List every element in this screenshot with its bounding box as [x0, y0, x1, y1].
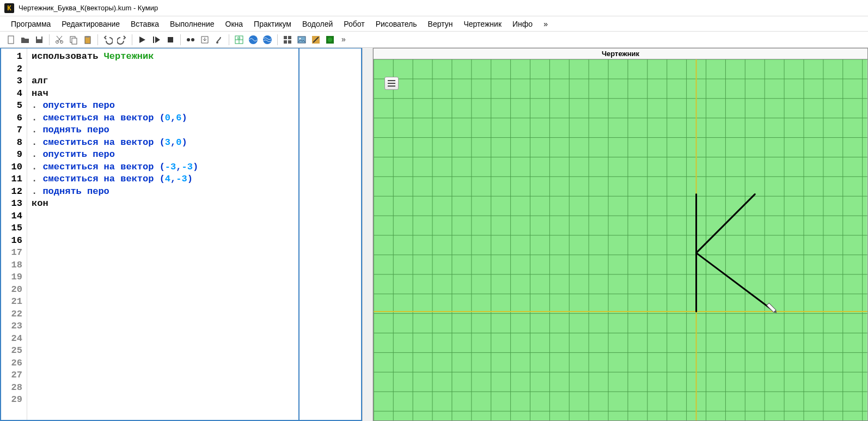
- code-area[interactable]: 1234567891011121314151617181920212223242…: [1, 48, 361, 420]
- menu-item-2[interactable]: Вставка: [125, 17, 164, 30]
- svg-rect-0: [8, 36, 14, 44]
- step-icon[interactable]: [150, 33, 163, 46]
- line-number: 28: [3, 382, 22, 394]
- drawing-pane-title: Чертежник: [374, 48, 867, 59]
- step-into-icon[interactable]: [198, 33, 211, 46]
- code-line[interactable]: [32, 63, 294, 76]
- toolbar-separator: [180, 34, 181, 45]
- drawing-canvas[interactable]: [374, 59, 867, 420]
- toolbar-separator: [97, 34, 98, 45]
- code-line[interactable]: нач: [32, 88, 294, 100]
- toolbar-separator: [277, 34, 278, 45]
- svg-rect-19: [288, 36, 291, 39]
- code-line[interactable]: . опустить перо: [32, 149, 294, 161]
- breakpoint-icon[interactable]: [184, 33, 197, 46]
- code-text[interactable]: использовать Чертежник алгнач. опустить …: [27, 48, 298, 420]
- line-number: 13: [3, 198, 22, 210]
- menu-item-3[interactable]: Выполнение: [164, 17, 219, 30]
- redo-icon[interactable]: [115, 33, 129, 46]
- paste-icon[interactable]: [81, 33, 94, 46]
- line-number: 20: [3, 284, 22, 296]
- line-number: 22: [3, 308, 22, 321]
- grid-icon[interactable]: 10: [233, 33, 246, 46]
- code-line[interactable]: . поднять перо: [32, 186, 294, 198]
- svg-rect-8: [86, 36, 89, 38]
- code-line[interactable]: . сместиться на вектор (3,0): [32, 137, 294, 149]
- waves2-icon[interactable]: [261, 33, 274, 46]
- line-number: 26: [3, 357, 22, 370]
- svg-rect-6: [72, 38, 77, 44]
- line-number: 15: [3, 222, 22, 235]
- code-line[interactable]: алг: [32, 75, 294, 88]
- code-line[interactable]: . сместиться на вектор (-3,-3): [32, 161, 294, 174]
- svg-rect-9: [153, 36, 154, 43]
- menu-item-1[interactable]: Редактирование: [56, 17, 125, 30]
- code-line[interactable]: кон: [32, 198, 294, 210]
- palette-icon[interactable]: [309, 33, 322, 46]
- save-icon[interactable]: [33, 33, 46, 46]
- svg-rect-22: [298, 36, 305, 43]
- line-number: 7: [3, 124, 22, 137]
- line-number: 6: [3, 112, 22, 125]
- run-icon[interactable]: [136, 33, 149, 46]
- menu-item-8[interactable]: Рисователь: [370, 17, 423, 30]
- open-file-icon[interactable]: [19, 33, 32, 46]
- cut-icon[interactable]: [53, 33, 66, 46]
- line-number: 11: [3, 173, 22, 186]
- code-line[interactable]: . сместиться на вектор (0,6): [32, 112, 294, 125]
- code-line[interactable]: . сместиться на вектор (4,-3): [32, 173, 294, 186]
- svg-point-12: [191, 38, 194, 41]
- line-number: 14: [3, 210, 22, 223]
- line-number: 24: [3, 333, 22, 345]
- new-file-icon[interactable]: [4, 33, 17, 46]
- toolbar-separator: [229, 34, 229, 45]
- line-number: 19: [3, 271, 22, 284]
- line-number: 16: [3, 235, 22, 247]
- waves-icon[interactable]: [247, 33, 260, 46]
- code-line[interactable]: . опустить перо: [32, 100, 294, 112]
- menu-item-11[interactable]: Инфо: [507, 17, 538, 30]
- stop-icon[interactable]: [164, 33, 177, 46]
- svg-point-11: [187, 38, 190, 41]
- svg-point-23: [299, 38, 301, 39]
- menu-item-5[interactable]: Практикум: [248, 17, 297, 30]
- toolbar: 10»: [0, 32, 868, 48]
- line-number: 23: [3, 320, 22, 333]
- menu-item-10[interactable]: Чертежник: [458, 17, 507, 30]
- svg-rect-28: [374, 59, 867, 420]
- menu-item-12[interactable]: »: [538, 17, 553, 30]
- workspace: 1234567891011121314151617181920212223242…: [0, 48, 868, 421]
- canvas-menu-button[interactable]: [384, 77, 399, 90]
- canvas-wrap[interactable]: [374, 59, 867, 420]
- step-out-icon[interactable]: [212, 33, 225, 46]
- toolbar-separator: [49, 34, 50, 45]
- svg-rect-20: [284, 40, 287, 44]
- titlebar: К Чертежник_Буква_К(векторы).kum - Кумир: [0, 0, 868, 16]
- code-line[interactable]: . поднять перо: [32, 124, 294, 137]
- line-number: 25: [3, 345, 22, 357]
- svg-text:10: 10: [237, 36, 241, 40]
- splitter[interactable]: [362, 48, 373, 421]
- copy-icon[interactable]: [67, 33, 80, 46]
- line-number: 27: [3, 369, 22, 382]
- modules-icon[interactable]: [281, 33, 294, 46]
- line-number: 21: [3, 296, 22, 308]
- undo-icon[interactable]: [101, 33, 114, 46]
- menu-item-0[interactable]: Программа: [5, 17, 56, 30]
- code-line[interactable]: использовать Чертежник: [32, 51, 294, 63]
- window-title: Чертежник_Буква_К(векторы).kum - Кумир: [19, 4, 158, 12]
- editor-pane: 1234567891011121314151617181920212223242…: [0, 48, 362, 421]
- line-number: 17: [3, 247, 22, 259]
- toolbar-separator: [132, 34, 132, 45]
- menu-item-4[interactable]: Окна: [220, 17, 249, 30]
- side-gutter: [298, 48, 361, 420]
- image-icon[interactable]: [295, 33, 308, 46]
- menu-item-6[interactable]: Водолей: [297, 17, 338, 30]
- svg-rect-18: [284, 36, 287, 39]
- line-number: 29: [3, 394, 22, 406]
- menu-item-7[interactable]: Робот: [338, 17, 370, 30]
- svg-point-26: [328, 38, 332, 42]
- turtle-icon[interactable]: [323, 33, 337, 46]
- menu-item-9[interactable]: Вертун: [423, 17, 459, 30]
- more-icon[interactable]: »: [338, 33, 351, 46]
